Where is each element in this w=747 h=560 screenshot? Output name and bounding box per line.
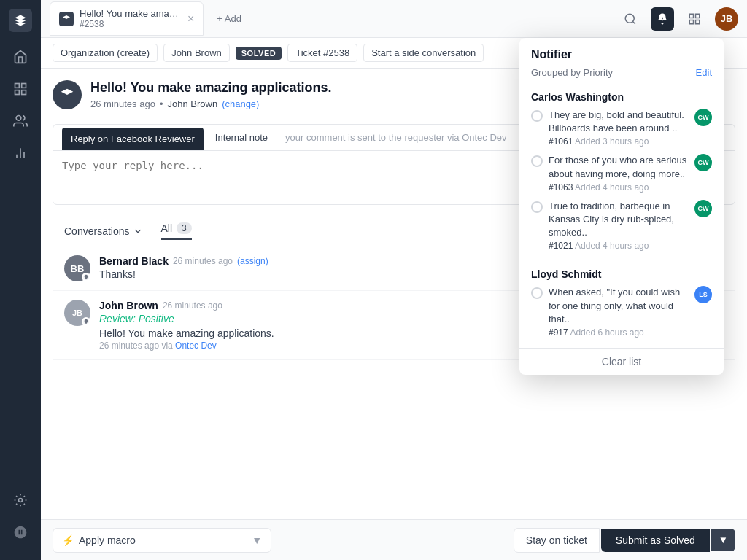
sidebar-tickets-icon[interactable] xyxy=(7,76,34,102)
ontec-dev-link[interactable]: Ontec Dev xyxy=(175,341,217,351)
notifier-item: True to tradition, barbeque in Kansas Ci… xyxy=(531,200,712,252)
conversations-dropdown[interactable]: Conversations xyxy=(64,225,143,237)
change-author-link[interactable]: (change) xyxy=(222,98,259,109)
svg-line-10 xyxy=(632,21,635,23)
notifier-item-time: Added 4 hours ago xyxy=(575,241,649,251)
notifier-item-meta: #1063 Added 4 hours ago xyxy=(549,182,689,192)
notifier-group-row: Grouped by Priority Edit xyxy=(531,67,712,78)
all-label: All xyxy=(161,222,173,234)
macro-chevron-icon: ▼ xyxy=(252,534,262,546)
message-time: 26 minutes ago xyxy=(90,98,155,109)
conv-time: 26 minutes ago xyxy=(173,256,233,266)
notifier-item-avatar: CW xyxy=(694,200,712,217)
conversation-count: 3 xyxy=(177,222,192,234)
svg-rect-0 xyxy=(15,84,20,88)
submit-actions: Stay on ticket Submit as Solved ▼ xyxy=(514,528,735,553)
search-button[interactable] xyxy=(619,7,642,31)
notifier-radio-1[interactable] xyxy=(531,110,543,122)
notifier-item-meta: #1021 Added 4 hours ago xyxy=(549,241,689,251)
sidebar-contacts-icon[interactable] xyxy=(7,108,34,134)
notifier-item-time: Added 4 hours ago xyxy=(575,182,649,192)
notifier-radio-2[interactable] xyxy=(531,155,543,167)
notifier-radio-4[interactable] xyxy=(531,287,543,299)
notifier-item-meta: #917 Added 6 hours ago xyxy=(549,327,689,338)
svg-rect-14 xyxy=(696,20,700,23)
apps-button[interactable] xyxy=(683,7,706,31)
macro-icon: ⚡ xyxy=(62,534,74,546)
notifier-ticket-id: #1021 xyxy=(549,241,573,251)
reply-facebook-tab[interactable]: Reply on Facebook Reviewer xyxy=(62,128,204,150)
svg-rect-12 xyxy=(696,14,700,18)
notifier-item-time: Added 3 hours ago xyxy=(575,136,649,147)
notifier-item-content: For those of you who are serious about h… xyxy=(549,154,689,192)
notifier-item-avatar: CW xyxy=(694,109,712,126)
all-tab[interactable]: All 3 xyxy=(161,222,192,240)
clear-list-button[interactable]: Clear list xyxy=(531,356,712,368)
tab-close-button[interactable]: × xyxy=(187,13,194,25)
sidebar-settings-icon[interactable] xyxy=(7,487,34,513)
notifier-item-content: They are big, bold and beautiful. Billbo… xyxy=(549,109,689,147)
solved-badge: SOLVED xyxy=(236,47,282,60)
top-bar-actions: JB xyxy=(619,7,738,31)
bottom-bar: ⚡ Apply macro ▼ Stay on ticket Submit as… xyxy=(41,519,747,560)
sidebar xyxy=(0,0,41,560)
notifier-ticket-id: #1061 xyxy=(549,136,573,147)
svg-point-4 xyxy=(16,116,21,121)
notifier-ticket-id: #1063 xyxy=(549,182,573,192)
avatar-indicator xyxy=(82,317,90,326)
svg-rect-11 xyxy=(689,14,693,18)
notifier-item-time: Added 6 hours ago xyxy=(570,327,643,338)
notifier-item-meta: #1061 Added 3 hours ago xyxy=(549,136,689,147)
tab-info: Hello! You make amazing ... #2538 xyxy=(80,8,182,29)
notifier-button[interactable] xyxy=(651,7,674,31)
conv-assign-link[interactable]: (assign) xyxy=(237,256,268,266)
notifier-item-content: When asked, "If you could wish for one t… xyxy=(549,286,689,338)
side-conversation-button[interactable]: Start a side conversation xyxy=(363,44,484,62)
stay-on-ticket-button[interactable]: Stay on ticket xyxy=(514,528,600,553)
svg-rect-2 xyxy=(15,90,20,95)
internal-note-tab[interactable]: Internal note xyxy=(206,126,276,149)
svg-rect-13 xyxy=(689,20,693,23)
message-meta: 26 minutes ago • John Brown (change) xyxy=(90,98,331,109)
profile-avatar[interactable]: JB xyxy=(715,7,738,31)
conv-time: 26 minutes ago xyxy=(163,300,222,311)
notifier-radio-3[interactable] xyxy=(531,201,543,213)
svg-rect-3 xyxy=(22,90,26,95)
notifier-footer: Clear list xyxy=(519,348,724,375)
app-logo[interactable] xyxy=(9,9,32,32)
conv-author: Bernard Black xyxy=(99,255,169,267)
notifier-edit-button[interactable]: Edit xyxy=(696,67,712,78)
sidebar-zendesk-icon[interactable] xyxy=(7,519,34,545)
svg-point-9 xyxy=(625,14,634,23)
submit-dropdown-button[interactable]: ▼ xyxy=(711,529,735,551)
add-tab-button[interactable]: + Add xyxy=(209,9,249,28)
tab-subtitle: #2538 xyxy=(80,19,182,29)
divider xyxy=(152,224,152,238)
apply-macro-button[interactable]: ⚡ Apply macro ▼ xyxy=(53,528,271,553)
notifier-item-text: They are big, bold and beautiful. Billbo… xyxy=(549,109,689,135)
tab-title: Hello! You make amazing ... xyxy=(80,8,182,19)
notifier-item-content: True to tradition, barbeque in Kansas Ci… xyxy=(549,200,689,252)
notifier-item-text: For those of you who are serious about h… xyxy=(549,154,689,180)
active-tab[interactable]: Hello! You make amazing ... #2538 × xyxy=(50,1,204,36)
notifier-popup: Notifier Grouped by Priority Edit Carlos… xyxy=(519,38,724,375)
notifier-item-text: When asked, "If you could wish for one t… xyxy=(549,286,689,326)
notifier-group-label: Grouped by Priority xyxy=(531,67,613,78)
notifier-item: When asked, "If you could wish for one t… xyxy=(531,286,712,338)
conversations-label: Conversations xyxy=(64,225,130,237)
conversations-chevron-icon xyxy=(133,226,143,236)
svg-point-8 xyxy=(19,499,23,502)
sidebar-home-icon[interactable] xyxy=(7,44,34,70)
notifier-title: Notifier xyxy=(531,48,712,61)
notifier-section-lloyd: Lloyd Schmidt When asked, "If you could … xyxy=(519,261,724,348)
user-button[interactable]: John Brown xyxy=(163,44,230,62)
macro-label: Apply macro xyxy=(79,534,136,546)
submit-as-solved-button[interactable]: Submit as Solved xyxy=(601,529,710,552)
org-create-button[interactable]: Organization (create) xyxy=(53,44,158,62)
notifier-item-avatar: CW xyxy=(694,154,712,171)
ticket-number: Ticket #2538 xyxy=(287,44,357,62)
notifier-section-title: Lloyd Schmidt xyxy=(531,268,712,280)
notifier-section-carlos: Carlos Washington They are big, bold and… xyxy=(519,84,724,261)
sidebar-reports-icon[interactable] xyxy=(7,140,34,166)
avatar-indicator xyxy=(82,273,90,281)
